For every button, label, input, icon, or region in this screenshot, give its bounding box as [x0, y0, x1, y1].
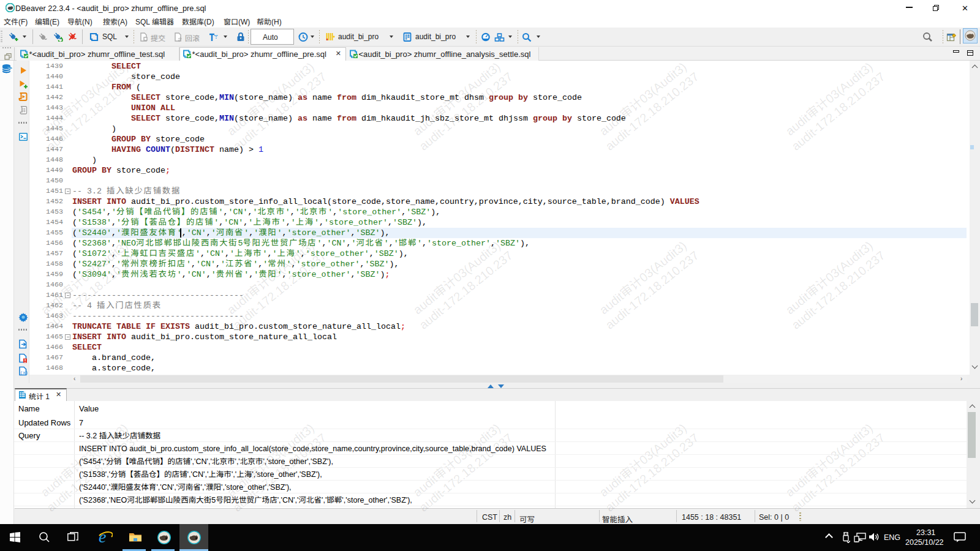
svg-text:(x): (x)	[20, 370, 28, 375]
